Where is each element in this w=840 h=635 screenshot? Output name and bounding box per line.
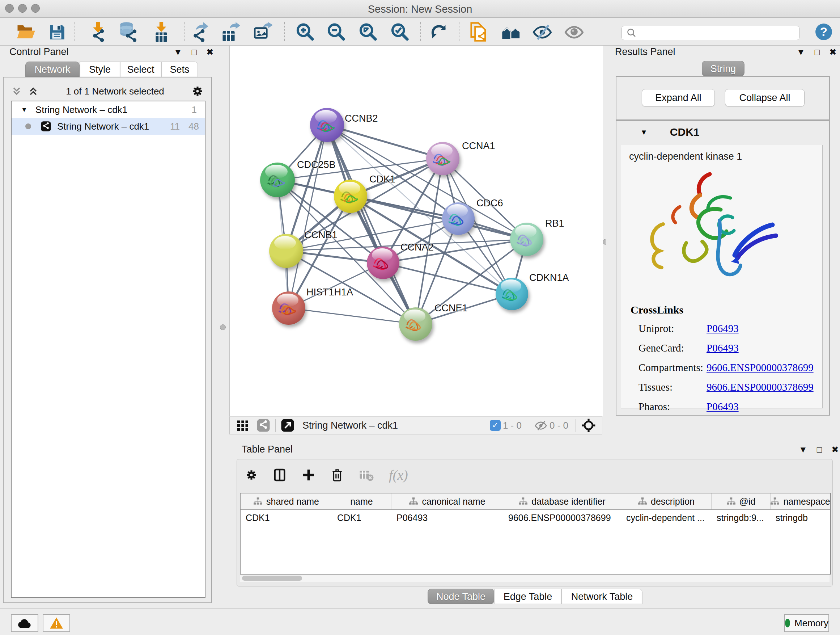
tab-string[interactable]: String <box>702 61 745 76</box>
network-node-HIST1H1A[interactable] <box>272 291 305 325</box>
help-icon[interactable]: ? <box>813 21 834 42</box>
collapse-all-icon[interactable] <box>11 86 22 97</box>
panel-menu-icon[interactable]: ▼ <box>799 445 807 454</box>
export-network-icon[interactable] <box>189 21 210 42</box>
panel-float-icon[interactable]: □ <box>817 445 822 454</box>
table-cell[interactable]: CDK1 <box>240 513 332 523</box>
network-node-RB1[interactable] <box>510 223 543 256</box>
table-settings-icon[interactable] <box>245 469 258 481</box>
warnings-button[interactable] <box>43 614 70 632</box>
node-label-CDC6: CDC6 <box>477 198 503 209</box>
column-header--id[interactable]: @id <box>712 494 771 509</box>
network-node-CCNB1[interactable] <box>269 234 303 268</box>
grid-mode-icon[interactable] <box>236 419 249 432</box>
import-database-icon[interactable] <box>118 21 139 42</box>
detach-view-icon[interactable] <box>281 418 294 432</box>
tab-network[interactable]: Network <box>25 62 80 77</box>
network-overview-icon[interactable] <box>256 418 270 432</box>
network-node-CCNA2[interactable] <box>367 247 399 279</box>
column-header-shared-name[interactable]: shared name <box>240 494 332 509</box>
collapse-all-button[interactable]: Collapse All <box>725 89 805 106</box>
export-table-icon[interactable] <box>220 21 241 42</box>
expand-all-button[interactable]: Expand All <box>642 89 715 106</box>
tree-row[interactable]: String Network – cdk1 11 48 <box>11 118 205 135</box>
left-splitter-handle[interactable] <box>220 325 226 330</box>
first-neighbors-icon[interactable] <box>501 21 522 42</box>
crosslink-link[interactable]: P06493 <box>706 323 739 334</box>
search-input[interactable] <box>637 27 790 39</box>
network-node-CDC6[interactable] <box>442 203 475 235</box>
network-selected-summary: 1 of 1 Network selected <box>39 86 191 97</box>
collapse-gene-icon[interactable]: ▼ <box>640 128 647 136</box>
zoom-in-icon[interactable] <box>294 21 315 42</box>
crosslink-link[interactable]: 9606.ENSP00000378699 <box>706 381 813 393</box>
expand-top-icon[interactable] <box>27 86 39 97</box>
tree-expand-icon[interactable]: ▼ <box>21 106 27 114</box>
network-node-CCNA1[interactable] <box>426 142 459 175</box>
tab-sets[interactable]: Sets <box>161 62 198 77</box>
network-node-CDK1[interactable] <box>334 180 367 213</box>
gear-icon[interactable] <box>191 85 204 98</box>
table-cell[interactable]: cyclin-dependent ... <box>621 513 712 523</box>
network-node-CCNE1[interactable] <box>399 307 432 340</box>
cloud-button[interactable] <box>11 614 38 632</box>
tab-edge-table[interactable]: Edge Table <box>494 589 561 604</box>
table-cell[interactable]: CDK1 <box>332 513 392 523</box>
panel-float-icon[interactable]: □ <box>815 48 820 57</box>
column-header-description[interactable]: description <box>621 494 712 509</box>
tab-node-table[interactable]: Node Table <box>428 589 494 604</box>
memory-button[interactable]: Memory <box>784 614 829 632</box>
panel-menu-icon[interactable]: ▼ <box>174 48 182 57</box>
hide-selected-icon[interactable] <box>532 21 553 42</box>
table-cell[interactable]: stringdb:9... <box>712 513 771 523</box>
tab-network-table[interactable]: Network Table <box>561 589 643 604</box>
zoom-out-icon[interactable] <box>325 21 346 42</box>
import-network-icon[interactable] <box>88 21 109 42</box>
crosslink-link[interactable]: P06493 <box>706 342 739 354</box>
hidden-eye-icon[interactable] <box>534 420 547 431</box>
network-node-CDKN1A[interactable] <box>496 278 528 310</box>
crosslink-row: Uniprot: P06493 <box>630 323 815 334</box>
tab-style[interactable]: Style <box>80 62 120 77</box>
table-cell[interactable]: stringdb <box>771 513 830 523</box>
control-panel-title: Control Panel <box>9 46 69 57</box>
crosslink-link[interactable]: P06493 <box>706 401 739 413</box>
panel-close-icon[interactable]: ✖ <box>829 48 836 57</box>
column-header-name[interactable]: name <box>332 494 392 509</box>
panel-close-icon[interactable]: ✖ <box>831 445 838 454</box>
network-canvas[interactable]: CCNB2CCNA1CDC25BCDK1CDC6RB1CCNB1CCNA2CDK… <box>229 46 603 416</box>
column-header-database-identifier[interactable]: database identifier <box>503 494 621 509</box>
panel-close-icon[interactable]: ✖ <box>206 48 213 57</box>
add-column-icon[interactable] <box>302 467 316 483</box>
warning-icon <box>49 616 64 630</box>
toolbar-separator <box>184 22 185 41</box>
network-tree: ▼ String Network – cdk1 1 String Network… <box>11 101 205 598</box>
open-file-icon[interactable] <box>15 21 36 42</box>
show-columns-icon[interactable] <box>272 467 287 483</box>
duplicate-network-icon[interactable] <box>468 21 489 42</box>
network-node-CCNB2[interactable] <box>310 108 344 142</box>
network-node-CDC25B[interactable] <box>260 163 295 197</box>
crosslink-link[interactable]: 9606.ENSP00000378699 <box>706 362 813 374</box>
export-image-icon[interactable] <box>253 21 273 42</box>
zoom-selected-icon[interactable] <box>388 21 409 42</box>
column-header-namespace[interactable]: namespace <box>771 494 830 509</box>
table-hscrollbar-thumb[interactable] <box>242 576 302 581</box>
refresh-icon[interactable] <box>428 21 449 42</box>
save-icon[interactable] <box>46 21 67 42</box>
table-row[interactable]: CDK1CDK1P064939606.ENSP00000378699cyclin… <box>240 510 830 525</box>
show-all-icon[interactable] <box>564 21 584 42</box>
tree-row[interactable]: ▼ String Network – cdk1 1 <box>11 101 205 118</box>
panel-menu-icon[interactable]: ▼ <box>797 48 805 57</box>
birdseye-toggle-icon[interactable] <box>581 418 596 433</box>
tab-select[interactable]: Select <box>120 62 161 77</box>
selected-checkbox[interactable]: ✓ <box>490 420 501 431</box>
tree-col-icon <box>253 497 263 506</box>
panel-float-icon[interactable]: □ <box>192 48 197 57</box>
zoom-fit-icon[interactable] <box>357 21 378 42</box>
import-table-icon[interactable] <box>151 21 172 42</box>
table-cell[interactable]: P06493 <box>392 513 503 523</box>
delete-column-icon[interactable] <box>330 467 344 483</box>
table-cell[interactable]: 9606.ENSP00000378699 <box>503 513 621 523</box>
column-header-canonical-name[interactable]: canonical name <box>392 494 503 509</box>
